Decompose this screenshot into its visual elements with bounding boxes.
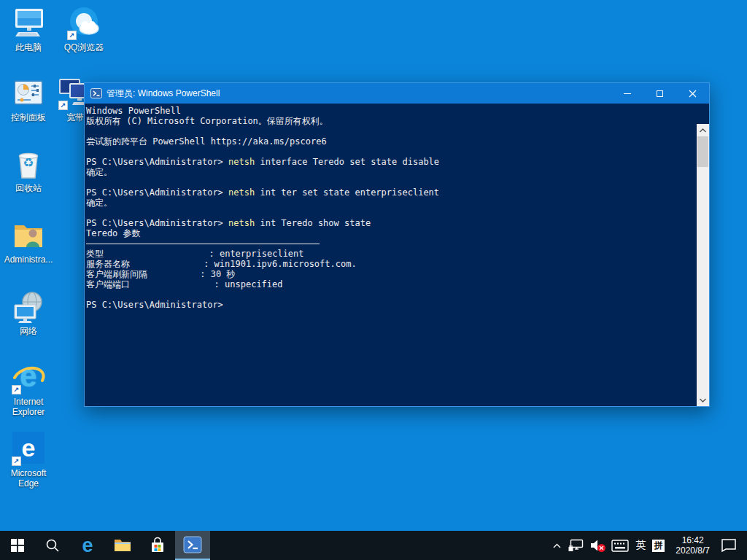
desktop-icon-network[interactable]: 网络 [1, 289, 56, 336]
powershell-window: 管理员: Windows PowerShell Windows PowerShe… [84, 82, 710, 407]
action-center-icon [721, 538, 737, 553]
microsoft-edge-icon: e ↗ [11, 432, 46, 467]
desktop-icon-recycle-bin[interactable]: ♻ 回收站 [1, 147, 56, 193]
tray-clock[interactable]: 16:42 2020/8/7 [671, 535, 714, 556]
taskbar-store-button[interactable] [140, 531, 175, 560]
taskbar: e [0, 531, 747, 560]
chevron-up-icon [552, 541, 562, 551]
control-panel-icon [11, 76, 46, 111]
action-center-button[interactable] [721, 538, 737, 553]
scroll-down-button[interactable] [697, 394, 709, 406]
desktop-icon-label: Administra... [1, 254, 56, 265]
taskbar-powershell-button[interactable] [175, 531, 210, 560]
taskbar-edge-button[interactable]: e [70, 531, 105, 560]
window-titlebar[interactable]: 管理员: Windows PowerShell [85, 83, 709, 104]
chevron-up-icon [700, 128, 706, 133]
desktop-icon-label: Microsoft Edge [1, 468, 56, 489]
shortcut-arrow-icon: ↗ [12, 385, 21, 394]
start-button[interactable] [0, 531, 35, 560]
search-icon [45, 538, 60, 553]
taskbar-file-explorer-button[interactable] [105, 531, 140, 560]
search-button[interactable] [35, 531, 70, 560]
maximize-icon [657, 90, 663, 97]
desktop-icon-this-pc[interactable]: 此电脑 [1, 6, 56, 52]
minimize-icon [624, 93, 631, 94]
shortcut-arrow-icon: ↗ [67, 31, 77, 40]
tray-volume-muted[interactable] [590, 539, 605, 552]
console-output: Windows PowerShell版权所有 (C) Microsoft Cor… [85, 104, 697, 406]
recycle-bin-icon: ♻ [11, 147, 46, 182]
desktop-icon-label: 回收站 [1, 183, 56, 193]
close-icon [689, 90, 697, 98]
clock-date: 2020/8/7 [676, 545, 710, 556]
tray-ime-mode[interactable]: 拼 [652, 540, 665, 552]
desktop-icon-label: 此电脑 [1, 42, 56, 52]
maximize-button[interactable] [643, 83, 676, 104]
mute-badge-icon [597, 544, 605, 552]
tray-touch-keyboard[interactable] [611, 540, 629, 552]
tray-language-indicator[interactable]: 英 [635, 539, 646, 552]
scroll-up-button[interactable] [697, 124, 709, 136]
clock-time: 16:42 [676, 535, 710, 545]
file-explorer-icon [114, 538, 131, 553]
desktop-icon-label: QQ浏览器 [56, 42, 112, 52]
recycle-symbol-icon: ♻ [11, 155, 46, 171]
shortcut-arrow-icon: ↗ [12, 456, 21, 466]
desktop-surface[interactable]: 此电脑 ↗ QQ浏览器 [0, 0, 747, 531]
tray-show-hidden-icons[interactable] [552, 541, 562, 551]
minimize-button[interactable] [611, 83, 643, 104]
microsoft-store-icon [149, 537, 166, 554]
network-icon [568, 539, 584, 552]
keyboard-icon [611, 540, 629, 552]
powershell-icon [183, 535, 202, 554]
desktop-icon-internet-explorer[interactable]: e ↗ Internet Explorer [1, 360, 56, 417]
chevron-down-icon [700, 398, 706, 402]
shortcut-arrow-icon: ↗ [58, 101, 68, 110]
tray-network[interactable] [568, 539, 584, 552]
desktop-icon-qq-browser[interactable]: ↗ QQ浏览器 [56, 6, 112, 52]
this-pc-icon [11, 6, 46, 41]
internet-explorer-icon: e ↗ [11, 360, 46, 395]
windows-logo-icon [11, 539, 24, 552]
edge-icon: e [82, 536, 93, 556]
window-title: 管理员: Windows PowerShell [107, 88, 611, 100]
scrollbar-thumb[interactable] [697, 136, 708, 167]
console-area[interactable]: Windows PowerShell版权所有 (C) Microsoft Cor… [85, 104, 709, 406]
desktop-icon-label: Internet Explorer [1, 397, 56, 417]
network-icon [11, 289, 46, 324]
desktop-icon-microsoft-edge[interactable]: e ↗ Microsoft Edge [1, 432, 56, 489]
console-scrollbar[interactable] [697, 124, 709, 406]
powershell-icon [90, 88, 102, 99]
close-button[interactable] [676, 83, 709, 104]
user-folder-icon [11, 218, 46, 253]
desktop-icon-administrator-folder[interactable]: Administra... [1, 218, 56, 265]
qq-browser-icon: ↗ [66, 6, 101, 41]
desktop-icon-label: 网络 [1, 326, 56, 336]
